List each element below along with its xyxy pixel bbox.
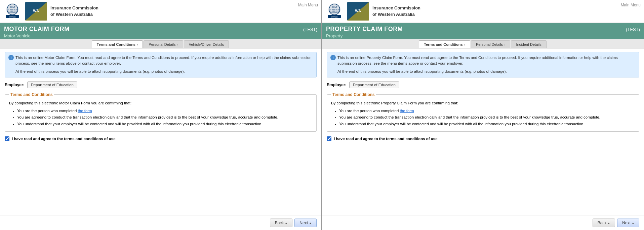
svg-text:GOV.WA: GOV.WA	[331, 16, 338, 18]
form-title: MOTOR CLAIM FORM	[4, 26, 70, 33]
tab-vehicle-driver-details[interactable]: Vehicle/Driver Details	[184, 40, 229, 48]
terms-list-item: You are agreeing to conduct the transact…	[339, 114, 635, 121]
tab-label: Terms and Conditions	[97, 42, 135, 46]
info-box: i This is an online Motor Claim Form. Yo…	[5, 52, 317, 77]
terms-checkbox[interactable]	[5, 136, 9, 141]
tab-label: Personal Details	[149, 42, 175, 46]
terms-checkbox-row: I have read and agree to the terms and c…	[5, 136, 317, 141]
terms-checkbox-label: I have read and agree to the terms and c…	[334, 137, 438, 141]
panel-motor: GOVT OF WESTERN AUSTRALIA GOV.WA WA Insu…	[0, 0, 322, 230]
terms-checkbox-label: I have read and agree to the terms and c…	[12, 137, 116, 141]
terms-list: You are the person who completed the for…	[331, 108, 635, 128]
main-menu-link[interactable]: Main Menu	[621, 3, 641, 7]
back-button[interactable]: Back ⬧	[593, 219, 615, 227]
footer-buttons: Back ⬧ Next ⬧	[0, 216, 321, 230]
back-label: Back	[598, 221, 607, 225]
svg-text:WA: WA	[33, 9, 39, 13]
employer-button[interactable]: Department of Education	[27, 81, 77, 88]
tabs-bar: Terms and Conditions›Personal Details›Ve…	[0, 39, 321, 48]
next-arrow-icon: ⬧	[632, 221, 634, 225]
terms-fieldset: Terms and ConditionsBy completing this e…	[327, 92, 639, 132]
footer-buttons: Back ⬧ Next ⬧	[322, 216, 644, 230]
tab-separator-icon: ›	[137, 43, 138, 46]
tab-personal-details[interactable]: Personal Details›	[471, 40, 510, 48]
header: GOVT OF WESTERN AUSTRALIA GOV.WA WA Insu…	[0, 0, 321, 23]
form-subtitle: Property	[326, 33, 403, 38]
tab-separator-icon: ›	[177, 43, 178, 46]
terms-checkbox-row: I have read and agree to the terms and c…	[327, 136, 639, 141]
tab-incident-details[interactable]: Incident Details	[511, 40, 546, 48]
form-title: PROPERTY CLAIM FORM	[326, 26, 403, 33]
terms-fieldset: Terms and ConditionsBy completing this e…	[5, 92, 317, 132]
terms-intro: By completing this electronic Motor Clai…	[9, 101, 312, 105]
terms-list: You are the person who completed the for…	[9, 108, 312, 128]
tab-label: Terms and Conditions	[424, 42, 462, 46]
info-text: This is an online Property Claim Form. Y…	[337, 55, 636, 67]
title-bar: PROPERTY CLAIM FORM Property (TEST)	[322, 23, 644, 39]
test-badge: (TEST)	[626, 27, 640, 32]
test-badge: (TEST)	[303, 27, 317, 32]
back-label: Back	[275, 221, 284, 225]
wa-logo: WA	[25, 2, 47, 21]
org-name: Insurance Commissionof Western Australia	[50, 5, 98, 17]
back-button[interactable]: Back ⬧	[270, 219, 293, 227]
terms-list-item: You understand that your employer will b…	[339, 121, 635, 128]
gov-logo: GOVT OF WESTERN AUSTRALIA GOV.WA	[3, 2, 22, 21]
terms-intro: By completing this electronic Property C…	[331, 101, 635, 105]
panel-property: GOVT OF WESTERN AUSTRALIA GOV.WA WA Insu…	[322, 0, 644, 230]
info-box: i This is an online Property Claim Form.…	[327, 52, 639, 77]
back-arrow-icon: ⬧	[285, 221, 287, 225]
next-button[interactable]: Next ⬧	[294, 219, 317, 227]
tab-label: Incident Details	[516, 42, 541, 46]
gov-logo: GOVT OF WESTERN AUSTRALIA GOV.WA	[325, 2, 344, 21]
terms-highlight: the form	[78, 109, 92, 113]
content-area: i This is an online Property Claim Form.…	[322, 48, 644, 216]
content-area: i This is an online Motor Claim Form. Yo…	[0, 48, 321, 216]
tabs-bar: Terms and Conditions›Personal Details›In…	[322, 39, 644, 48]
form-subtitle: Motor Vehicle	[4, 33, 70, 38]
terms-legend: Terms and Conditions	[331, 92, 376, 97]
terms-checkbox[interactable]	[327, 136, 331, 141]
svg-text:GOVT: GOVT	[9, 6, 15, 8]
employer-row: Employer: Department of Education	[327, 81, 639, 88]
info-icon: i	[8, 55, 14, 60]
employer-label: Employer:	[5, 83, 25, 87]
svg-text:GOVT: GOVT	[331, 6, 337, 8]
tab-separator-icon: ›	[464, 43, 465, 46]
svg-text:OF WESTERN: OF WESTERN	[329, 9, 340, 11]
svg-text:WA: WA	[355, 9, 361, 13]
info-text: This is an online Motor Claim Form. You …	[15, 55, 313, 67]
employer-button[interactable]: Department of Education	[349, 81, 399, 88]
back-arrow-icon: ⬧	[608, 221, 610, 225]
tab-label: Vehicle/Driver Details	[189, 42, 224, 46]
svg-text:GOV.WA: GOV.WA	[9, 16, 16, 18]
org-name: Insurance Commissionof Western Australia	[372, 5, 420, 17]
next-button[interactable]: Next ⬧	[617, 219, 639, 227]
tab-separator-icon: ›	[504, 43, 505, 46]
terms-highlight: the form	[400, 109, 414, 113]
svg-text:AUSTRALIA: AUSTRALIA	[8, 11, 17, 13]
terms-list-item: You understand that your employer will b…	[17, 121, 312, 128]
terms-list-item: You are agreeing to conduct the transact…	[17, 114, 312, 121]
info-sub-text: At the end of this process you will be a…	[330, 69, 636, 74]
employer-row: Employer: Department of Education	[5, 81, 317, 88]
next-label: Next	[299, 221, 308, 225]
tab-terms-and-conditions[interactable]: Terms and Conditions›	[419, 40, 470, 48]
next-label: Next	[622, 221, 631, 225]
svg-text:OF WESTERN: OF WESTERN	[7, 9, 18, 11]
employer-label: Employer:	[327, 83, 347, 87]
header: GOVT OF WESTERN AUSTRALIA GOV.WA WA Insu…	[322, 0, 644, 23]
terms-list-item: You are the person who completed the for…	[339, 108, 635, 114]
tab-terms-and-conditions[interactable]: Terms and Conditions›	[92, 40, 143, 48]
tab-label: Personal Details	[476, 42, 503, 46]
info-sub-text: At the end of this process you will be a…	[8, 69, 313, 74]
wa-logo: WA	[347, 2, 369, 21]
info-icon: i	[330, 55, 336, 60]
title-bar: MOTOR CLAIM FORM Motor Vehicle (TEST)	[0, 23, 321, 39]
terms-list-item: You are the person who completed the for…	[17, 108, 312, 114]
tab-personal-details[interactable]: Personal Details›	[144, 40, 183, 48]
next-arrow-icon: ⬧	[309, 221, 312, 225]
main-menu-link[interactable]: Main Menu	[298, 3, 318, 7]
svg-text:AUSTRALIA: AUSTRALIA	[330, 11, 339, 13]
terms-legend: Terms and Conditions	[9, 92, 54, 97]
